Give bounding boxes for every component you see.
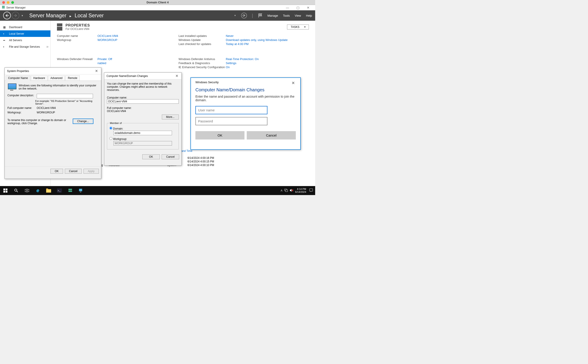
server-manager-taskbar-icon[interactable] xyxy=(65,186,76,195)
minimize-button[interactable]: — xyxy=(282,6,293,9)
svg-rect-2 xyxy=(2,8,5,9)
svg-rect-20 xyxy=(79,189,82,191)
prop-label: Feedback & Diagnostics xyxy=(178,61,226,65)
notifications-flag-icon[interactable] xyxy=(258,13,263,18)
svg-rect-6 xyxy=(6,188,7,190)
close-icon[interactable]: ✕ xyxy=(291,81,296,85)
tasks-dropdown[interactable]: TASKS xyxy=(287,25,309,29)
workgroup-input xyxy=(113,141,172,146)
svg-rect-14 xyxy=(46,189,51,193)
prop-link-feedback[interactable]: Settings xyxy=(226,61,309,65)
prop-link-updates[interactable]: Never xyxy=(226,34,309,38)
workgroup-radio[interactable] xyxy=(109,137,112,140)
header-pre-dropdown[interactable]: ▼ xyxy=(234,14,236,17)
tray-chevron-icon[interactable]: ᐱ xyxy=(281,189,283,192)
system-properties-taskbar-icon[interactable] xyxy=(76,186,86,195)
zoom-dot[interactable] xyxy=(11,1,14,4)
nav-history-dropdown[interactable]: ▼ xyxy=(21,14,23,17)
close-button[interactable]: ✕ xyxy=(303,6,313,9)
computer-description-input[interactable] xyxy=(37,94,93,98)
workgroup-radio-label[interactable]: Workgroup: xyxy=(109,137,127,141)
clock[interactable]: 4:14 PM 6/14/2024 xyxy=(295,188,306,194)
tab-advanced[interactable]: Advanced xyxy=(48,75,65,81)
username-input[interactable] xyxy=(195,106,267,114)
domain-radio-label[interactable]: Domain: xyxy=(109,127,123,130)
svg-rect-18 xyxy=(68,189,72,190)
close-icon[interactable]: ✕ xyxy=(174,74,179,78)
svg-rect-8 xyxy=(6,191,7,193)
winsec-message: Enter the name and password of an accoun… xyxy=(195,95,296,102)
sidebar-item-local-server[interactable]: ▪ Local Server xyxy=(0,30,50,37)
nav-forward-button[interactable] xyxy=(12,12,19,19)
svg-rect-21 xyxy=(80,192,81,192)
menu-manage[interactable]: Manage xyxy=(267,14,278,17)
close-icon[interactable]: ✕ xyxy=(94,69,99,73)
properties-subtitle: For OCICLient-VM4 xyxy=(66,27,90,31)
workgroup-label: Workgroup: xyxy=(7,111,37,114)
task-view-icon[interactable] xyxy=(22,186,33,195)
ok-button[interactable]: OK xyxy=(50,169,63,174)
server-icon: ▪ xyxy=(3,32,7,35)
server-tile-icon xyxy=(57,23,62,31)
breadcrumb-app[interactable]: Server Manager xyxy=(29,13,66,19)
ok-button[interactable]: OK xyxy=(142,154,160,159)
cancel-button[interactable]: Cancel xyxy=(247,131,296,139)
volume-muted-icon[interactable] xyxy=(290,189,293,192)
refresh-button[interactable]: ⟳ xyxy=(241,13,247,19)
prop-label: Last checked for updates xyxy=(178,42,226,46)
tab-computer-name[interactable]: Computer Name xyxy=(6,75,30,81)
ie-icon[interactable]: e xyxy=(33,186,43,195)
prop-link-winupdate[interactable]: Download updates only, using Windows Upd… xyxy=(226,38,309,42)
computer-name-input[interactable] xyxy=(107,99,179,104)
close-dot[interactable] xyxy=(2,1,5,4)
menu-tools[interactable]: Tools xyxy=(283,14,290,17)
more-button[interactable]: More... xyxy=(162,115,179,119)
svg-text:>_: >_ xyxy=(58,189,60,192)
breadcrumb-page[interactable]: Local Server xyxy=(75,13,104,19)
sidebar-item-file-storage[interactable]: ▪ File and Storage Services ▷ xyxy=(0,43,50,50)
apply-button[interactable]: Apply xyxy=(84,169,99,174)
domain-radio[interactable] xyxy=(109,127,112,130)
start-button[interactable] xyxy=(0,186,11,195)
explorer-icon[interactable] xyxy=(43,186,54,195)
maximize-button[interactable]: ▢ xyxy=(293,6,303,9)
search-icon[interactable] xyxy=(11,186,22,195)
sidebar-item-label: Dashboard xyxy=(9,26,22,29)
nav-back-button[interactable] xyxy=(3,12,11,19)
sidebar-item-dashboard[interactable]: ▦ Dashboard xyxy=(0,24,50,30)
change-text: To rename this computer or change its do… xyxy=(7,118,73,125)
powershell-icon[interactable]: >_ xyxy=(54,186,65,195)
workgroup-value: WORKGROUP xyxy=(37,111,55,114)
tab-hardware[interactable]: Hardware xyxy=(31,75,47,81)
tab-remote[interactable]: Remote xyxy=(65,75,80,81)
prop-link-workgroup[interactable]: WORKGROUP xyxy=(98,38,178,42)
prop-link-computer-name[interactable]: OCICLient-VM4 xyxy=(98,34,178,38)
dashboard-icon: ▦ xyxy=(3,26,7,29)
full-name-label: Full computer name: xyxy=(7,106,37,110)
cancel-button[interactable]: Cancel xyxy=(162,154,179,159)
prop-link-firewall[interactable]: Private: Off xyxy=(98,57,178,61)
prop-link-frag[interactable]: nabled xyxy=(98,61,178,65)
sidebar-item-all-servers[interactable]: ▪▪ All Servers xyxy=(0,37,50,43)
prop-label: Windows Defender Firewall xyxy=(57,57,98,61)
mac-window-title: Domain Client 4 xyxy=(0,1,315,4)
menu-view[interactable]: View xyxy=(295,14,301,17)
prop-link-defender[interactable]: Real-Time Protection: On xyxy=(226,57,309,61)
change-button[interactable]: Change... xyxy=(73,118,93,124)
taskbar: e >_ ᐱ 4:14 PM 6/14/2024 xyxy=(0,186,315,195)
prop-link-iesec[interactable]: On xyxy=(226,65,309,69)
full-name-value: OCICLient-VM4 xyxy=(37,106,56,110)
cancel-button[interactable]: Cancel xyxy=(65,169,82,174)
prop-link-lastchecked[interactable]: Today at 4:00 PM xyxy=(226,42,309,46)
menu-help[interactable]: Help xyxy=(306,14,312,17)
minimize-dot[interactable] xyxy=(7,1,9,4)
ok-button[interactable]: OK xyxy=(195,131,244,139)
network-icon[interactable] xyxy=(284,189,288,192)
full-name-value: OCICLient-VM4 xyxy=(107,110,179,113)
domain-input[interactable] xyxy=(113,131,172,135)
desc-hint: For example: "IIS Production Server" or … xyxy=(35,100,98,105)
computer-icon xyxy=(7,84,16,91)
notifications-icon[interactable] xyxy=(308,188,314,193)
domain-changes-dialog: Computer Name/Domain Changes ✕ You can c… xyxy=(104,72,182,166)
password-input[interactable] xyxy=(195,117,267,125)
